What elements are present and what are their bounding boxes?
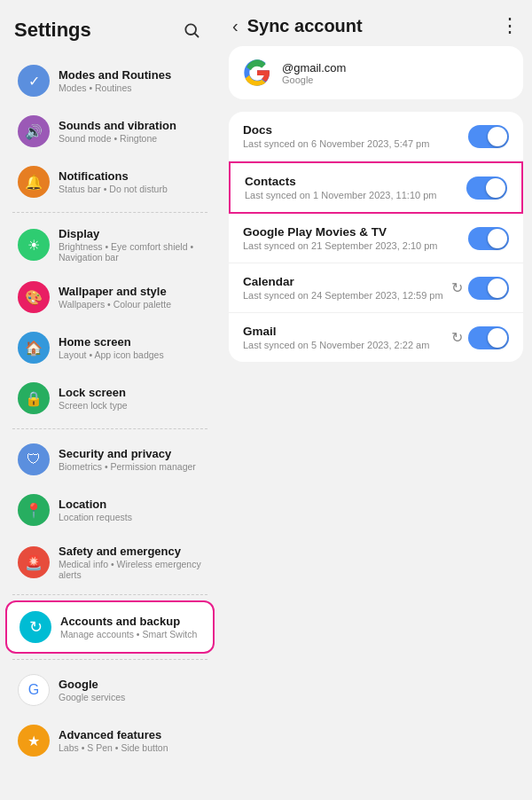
display-icon: ☀: [18, 229, 50, 261]
location-title: Location: [59, 498, 202, 511]
divider-after-safety-emergency: [12, 594, 207, 595]
sync-item-contacts[interactable]: ContactsLast synced on 1 November 2023, …: [229, 161, 523, 214]
google-icon: G: [18, 674, 50, 706]
sounds-vibration-title: Sounds and vibration: [59, 119, 202, 132]
gmail-refresh-icon[interactable]: ↻: [451, 329, 463, 346]
sidebar-item-lock-screen[interactable]: 🔒Lock screenScreen lock type: [5, 373, 215, 423]
advanced-features-subtitle: Labs • S Pen • Side button: [59, 742, 202, 753]
advanced-features-title: Advanced features: [59, 728, 202, 741]
wallpaper-style-icon: 🎨: [18, 281, 50, 313]
home-screen-subtitle: Layout • App icon badges: [59, 349, 202, 360]
location-subtitle: Location requests: [59, 512, 202, 522]
sidebar-item-display[interactable]: ☀DisplayBrightness • Eye comfort shield …: [5, 218, 215, 271]
advanced-features-icon: ★: [18, 725, 50, 757]
divider-after-notifications: [12, 212, 207, 213]
docs-sync-title: Docs: [243, 123, 468, 137]
sync-items-card: DocsLast synced on 6 November 2023, 5:47…: [229, 112, 523, 362]
notifications-icon: 🔔: [18, 166, 50, 198]
contacts-toggle[interactable]: [466, 176, 507, 200]
gmail-sync-date: Last synced on 5 November 2023, 2:22 am: [243, 340, 451, 350]
back-button[interactable]: ‹: [232, 16, 239, 36]
calendar-sync-date: Last synced on 24 September 2023, 12:59 …: [243, 290, 451, 301]
google-play-movies-sync-title: Google Play Movies & TV: [243, 225, 468, 239]
home-screen-icon: 🏠: [18, 332, 50, 364]
accounts-backup-icon: ↻: [20, 611, 51, 643]
modes-routines-title: Modes and Routines: [59, 68, 202, 82]
docs-toggle-knob: [488, 127, 507, 146]
safety-emergency-title: Safety and emergency: [59, 545, 202, 558]
contacts-toggle-knob: [486, 178, 505, 198]
accounts-backup-subtitle: Manage accounts • Smart Switch: [60, 629, 200, 639]
divider-after-accounts-backup: [12, 659, 207, 660]
calendar-refresh-icon[interactable]: ↻: [451, 279, 463, 296]
account-provider: Google: [282, 75, 509, 85]
search-button[interactable]: [177, 16, 206, 44]
calendar-toggle-knob: [488, 278, 507, 298]
settings-title-text: Settings: [14, 19, 91, 42]
modes-routines-icon: ✓: [18, 65, 50, 97]
location-icon: 📍: [18, 494, 50, 526]
safety-emergency-icon: 🚨: [18, 546, 50, 578]
notifications-title: Notifications: [59, 169, 202, 183]
sync-item-docs[interactable]: DocsLast synced on 6 November 2023, 5:47…: [229, 112, 523, 161]
google-title: Google: [59, 678, 202, 691]
sidebar-item-notifications[interactable]: 🔔NotificationsStatus bar • Do not distur…: [5, 157, 215, 207]
sync-item-gmail[interactable]: GmailLast synced on 5 November 2023, 2:2…: [229, 313, 523, 362]
sidebar-item-safety-emergency[interactable]: 🚨Safety and emergencyMedical info • Wire…: [5, 536, 215, 589]
sidebar-item-advanced-features[interactable]: ★Advanced featuresLabs • S Pen • Side bu…: [5, 716, 215, 765]
google-play-movies-toggle[interactable]: [468, 227, 509, 250]
sounds-vibration-icon: 🔊: [18, 115, 50, 147]
gmail-sync-title: Gmail: [243, 325, 451, 338]
home-screen-title: Home screen: [59, 335, 202, 349]
divider-after-lock-screen: [12, 428, 207, 429]
settings-header: Settings: [0, 0, 220, 55]
lock-screen-title: Lock screen: [59, 386, 202, 399]
modes-routines-subtitle: Modes • Routines: [59, 82, 202, 93]
sidebar-item-home-screen[interactable]: 🏠Home screenLayout • App icon badges: [5, 323, 215, 373]
calendar-sync-title: Calendar: [243, 275, 451, 288]
wallpaper-style-subtitle: Wallpapers • Colour palette: [59, 299, 202, 310]
sidebar-item-modes-routines[interactable]: ✓Modes and RoutinesModes • Routines: [5, 56, 215, 106]
account-email: @gmail.com: [282, 61, 509, 75]
sidebar-item-sounds-vibration[interactable]: 🔊Sounds and vibrationSound mode • Ringto…: [5, 106, 215, 156]
contacts-sync-title: Contacts: [245, 175, 466, 188]
docs-toggle[interactable]: [468, 125, 509, 148]
google-play-movies-toggle-knob: [488, 229, 507, 248]
sidebar-item-wallpaper-style[interactable]: 🎨Wallpaper and styleWallpapers • Colour …: [5, 272, 215, 322]
wallpaper-style-title: Wallpaper and style: [59, 285, 202, 298]
safety-emergency-subtitle: Medical info • Wireless emergency alerts: [59, 559, 202, 580]
docs-sync-date: Last synced on 6 November 2023, 5:47 pm: [243, 138, 468, 149]
account-info: @gmail.com Google: [282, 61, 509, 85]
sidebar-item-google[interactable]: GGoogleGoogle services: [5, 665, 215, 715]
sync-account-title: Sync account: [247, 16, 495, 36]
contacts-sync-date: Last synced on 1 November 2023, 11:10 pm: [245, 190, 466, 200]
right-header: ‹ Sync account ⋮: [220, 0, 532, 46]
security-privacy-subtitle: Biometrics • Permission manager: [59, 461, 202, 472]
account-card[interactable]: @gmail.com Google: [229, 46, 523, 99]
more-options-button[interactable]: ⋮: [500, 14, 520, 37]
google-logo-icon: [243, 59, 271, 87]
svg-line-1: [195, 34, 199, 37]
sync-item-calendar[interactable]: CalendarLast synced on 24 September 2023…: [229, 263, 523, 313]
settings-sidebar: Settings ✓Modes and RoutinesModes • Rout…: [0, 0, 220, 800]
sidebar-item-accounts-backup[interactable]: ↻Accounts and backupManage accounts • Sm…: [5, 600, 215, 654]
gmail-toggle-knob: [488, 328, 507, 348]
accounts-backup-title: Accounts and backup: [60, 615, 200, 628]
display-title: Display: [59, 227, 202, 240]
sounds-vibration-subtitle: Sound mode • Ringtone: [59, 133, 202, 144]
notifications-subtitle: Status bar • Do not disturb: [59, 184, 202, 194]
google-play-movies-sync-date: Last synced on 21 September 2023, 2:10 p…: [243, 240, 468, 251]
lock-screen-subtitle: Screen lock type: [59, 400, 202, 411]
security-privacy-icon: 🛡: [18, 443, 50, 475]
calendar-toggle[interactable]: [468, 277, 509, 300]
security-privacy-title: Security and privacy: [59, 447, 202, 460]
sidebar-items-container: ✓Modes and RoutinesModes • Routines🔊Soun…: [0, 56, 220, 765]
sidebar-item-location[interactable]: 📍LocationLocation requests: [5, 485, 215, 535]
sync-account-panel: ‹ Sync account ⋮ @gmail.com Google DocsL…: [220, 0, 532, 800]
lock-screen-icon: 🔒: [18, 382, 50, 414]
sync-item-google-play-movies[interactable]: Google Play Movies & TVLast synced on 21…: [229, 214, 523, 263]
gmail-toggle[interactable]: [468, 326, 509, 349]
display-subtitle: Brightness • Eye comfort shield • Naviga…: [59, 241, 202, 263]
google-subtitle: Google services: [59, 692, 202, 702]
sidebar-item-security-privacy[interactable]: 🛡Security and privacyBiometrics • Permis…: [5, 435, 215, 484]
